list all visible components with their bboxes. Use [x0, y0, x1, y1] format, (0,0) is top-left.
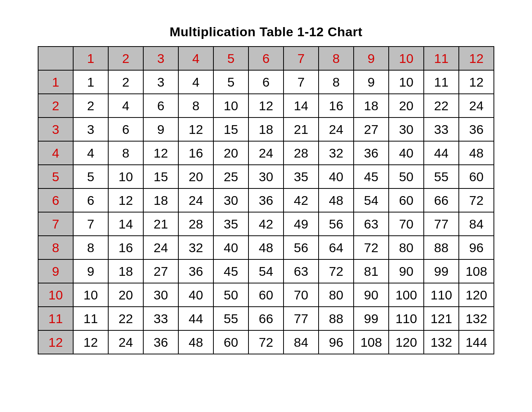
- table-cell: 77: [424, 212, 459, 236]
- table-cell: 56: [319, 212, 354, 236]
- table-cell: 33: [424, 117, 459, 141]
- table-row: 9918273645546372819099108: [38, 259, 494, 283]
- table-cell: 48: [459, 141, 494, 165]
- row-header: 12: [38, 330, 73, 354]
- table-cell: 72: [459, 188, 494, 212]
- table-cell: 60: [389, 188, 424, 212]
- table-cell: 66: [424, 188, 459, 212]
- table-cell: 63: [284, 259, 319, 283]
- table-cell: 24: [178, 188, 213, 212]
- table-cell: 99: [424, 259, 459, 283]
- table-cell: 21: [143, 212, 178, 236]
- table-cell: 110: [389, 307, 424, 330]
- table-cell: 14: [108, 212, 143, 236]
- row-header: 3: [38, 117, 73, 141]
- table-cell: 36: [143, 330, 178, 354]
- table-cell: 2: [73, 94, 108, 117]
- table-cell: 54: [248, 259, 284, 283]
- table-cell: 30: [143, 283, 178, 307]
- table-cell: 14: [284, 94, 319, 117]
- row-header: 8: [38, 236, 73, 259]
- table-cell: 21: [284, 117, 319, 141]
- table-cell: 4: [108, 94, 143, 117]
- table-row: 3369121518212427303336: [38, 117, 494, 141]
- table-cell: 72: [248, 330, 284, 354]
- page-title: Multiplication Table 1-12 Chart: [170, 24, 362, 39]
- table-cell: 12: [108, 188, 143, 212]
- table-cell: 18: [354, 94, 389, 117]
- table-cell: 88: [424, 236, 459, 259]
- table-row: 551015202530354045505560: [38, 165, 494, 188]
- table-cell: 10: [73, 283, 108, 307]
- table-cell: 40: [178, 283, 213, 307]
- table-cell: 30: [389, 117, 424, 141]
- table-cell: 90: [354, 283, 389, 307]
- table-cell: 1: [73, 70, 108, 94]
- table-cell: 27: [354, 117, 389, 141]
- table-cell: 20: [108, 283, 143, 307]
- col-header: 10: [389, 47, 424, 70]
- table-cell: 24: [248, 141, 284, 165]
- row-header: 6: [38, 188, 73, 212]
- table-cell: 18: [108, 259, 143, 283]
- table-cell: 77: [284, 307, 319, 330]
- col-header: 7: [284, 47, 319, 70]
- table-cell: 96: [459, 236, 494, 259]
- table-cell: 45: [354, 165, 389, 188]
- table-cell: 50: [213, 283, 248, 307]
- row-header: 1: [38, 70, 73, 94]
- table-cell: 56: [284, 236, 319, 259]
- table-cell: 36: [354, 141, 389, 165]
- table-cell: 4: [178, 70, 213, 94]
- table-cell: 100: [389, 283, 424, 307]
- table-cell: 36: [248, 188, 284, 212]
- table-cell: 4: [73, 141, 108, 165]
- table-cell: 28: [284, 141, 319, 165]
- table-cell: 99: [354, 307, 389, 330]
- table-cell: 80: [389, 236, 424, 259]
- table-cell: 36: [178, 259, 213, 283]
- table-row: 224681012141618202224: [38, 94, 494, 117]
- row-header: 7: [38, 212, 73, 236]
- col-header: 6: [248, 47, 284, 70]
- table-cell: 22: [424, 94, 459, 117]
- table-cell: 40: [213, 236, 248, 259]
- table-cell: 15: [143, 165, 178, 188]
- table-cell: 48: [248, 236, 284, 259]
- table-cell: 5: [213, 70, 248, 94]
- table-cell: 8: [108, 141, 143, 165]
- table-cell: 132: [424, 330, 459, 354]
- col-header: 8: [319, 47, 354, 70]
- table-cell: 42: [248, 212, 284, 236]
- table-cell: 44: [424, 141, 459, 165]
- table-cell: 3: [73, 117, 108, 141]
- table-cell: 63: [354, 212, 389, 236]
- table-cell: 60: [459, 165, 494, 188]
- table-cell: 5: [73, 165, 108, 188]
- table-cell: 8: [178, 94, 213, 117]
- table-cell: 6: [108, 117, 143, 141]
- table-cell: 11: [73, 307, 108, 330]
- row-header: 11: [38, 307, 73, 330]
- table-cell: 33: [143, 307, 178, 330]
- table-cell: 81: [354, 259, 389, 283]
- row-header: 9: [38, 259, 73, 283]
- table-cell: 9: [143, 117, 178, 141]
- table-cell: 7: [73, 212, 108, 236]
- table-cell: 40: [389, 141, 424, 165]
- table-cell: 110: [424, 283, 459, 307]
- col-header: 3: [143, 47, 178, 70]
- table-cell: 35: [284, 165, 319, 188]
- table-cell: 84: [459, 212, 494, 236]
- col-header: 4: [178, 47, 213, 70]
- col-header: 5: [213, 47, 248, 70]
- table-cell: 72: [319, 259, 354, 283]
- table-cell: 9: [73, 259, 108, 283]
- table-cell: 24: [108, 330, 143, 354]
- table-cell: 12: [178, 117, 213, 141]
- table-cell: 108: [354, 330, 389, 354]
- row-header: 10: [38, 283, 73, 307]
- table-cell: 50: [389, 165, 424, 188]
- table-cell: 24: [143, 236, 178, 259]
- table-cell: 24: [319, 117, 354, 141]
